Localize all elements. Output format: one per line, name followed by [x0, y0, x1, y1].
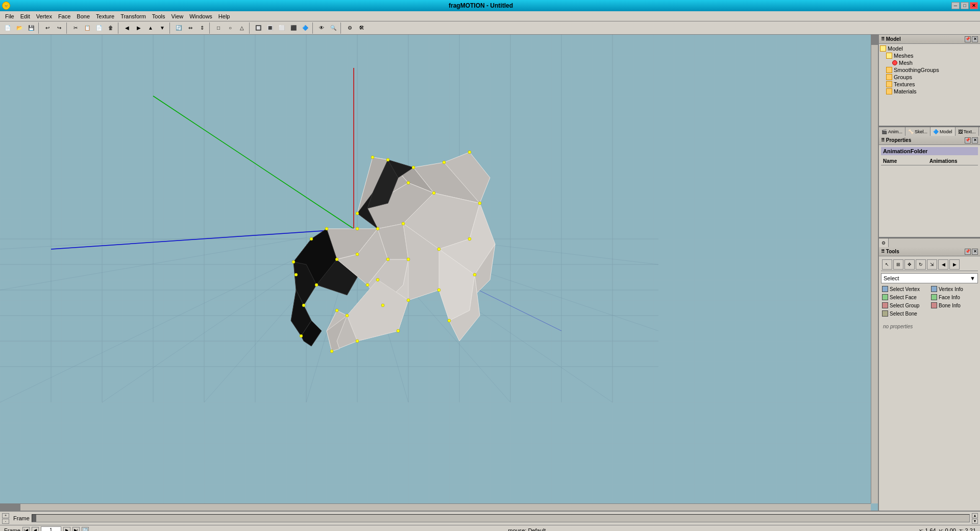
select-dropdown[interactable]: Select ▼: [881, 273, 978, 283]
timeline-bar[interactable]: [32, 514, 970, 522]
tree-item-model[interactable]: Model: [880, 45, 979, 52]
menu-windows[interactable]: Windows: [186, 12, 215, 20]
tb-delete[interactable]: 🗑: [105, 22, 116, 34]
model-panel-close[interactable]: ✕: [972, 36, 978, 42]
svg-point-70: [468, 151, 471, 154]
tb-cone[interactable]: △: [236, 22, 248, 34]
tb-settings[interactable]: ⚙: [344, 22, 355, 34]
no-properties-area: no properties: [881, 323, 978, 329]
tree-item-groups[interactable]: Groups: [886, 74, 979, 81]
tree-item-textures[interactable]: Textures: [886, 81, 979, 88]
menu-tools[interactable]: Tools: [149, 12, 168, 20]
select-face-item[interactable]: Select Face: [881, 294, 929, 301]
tab-model[interactable]: 🔷 Model: [930, 127, 955, 136]
frame-last-btn[interactable]: ▶|: [72, 527, 80, 532]
tab-props[interactable]: ⚙: [879, 238, 889, 247]
frame-first-btn[interactable]: |◀: [22, 527, 30, 532]
timeline-collapse-btn[interactable]: -: [2, 519, 9, 524]
select-group-item[interactable]: Select Group: [881, 302, 929, 309]
menu-edit[interactable]: Edit: [17, 12, 33, 20]
properties-panel-pin[interactable]: 📌: [965, 137, 971, 143]
tb-tools[interactable]: 🛠: [356, 22, 367, 34]
select-bone-item[interactable]: Select Bone: [881, 310, 929, 317]
status-coords: x: 1.64, y: 0.00, z: 2.21: [919, 527, 976, 532]
menu-vertex[interactable]: Vertex: [33, 12, 55, 20]
timeline-thumb[interactable]: [32, 515, 36, 522]
tree-item-meshes[interactable]: Meshes: [886, 52, 979, 59]
tb-move-down[interactable]: ▼: [157, 22, 168, 34]
model-panel-pin[interactable]: 📌: [965, 36, 971, 42]
tb-box[interactable]: □: [213, 22, 224, 34]
menu-file[interactable]: File: [2, 12, 17, 20]
tb-paste[interactable]: 📄: [93, 22, 105, 34]
viewport-scrollbar-v[interactable]: [871, 35, 878, 503]
svg-point-83: [407, 258, 410, 261]
tb-rotate[interactable]: 🔄: [173, 22, 184, 34]
svg-point-67: [371, 156, 374, 159]
tree-item-smoothing[interactable]: SmoothingGroups: [886, 66, 979, 74]
frame-input[interactable]: [41, 526, 61, 532]
vertex-info-item[interactable]: Vertex Info: [930, 285, 978, 293]
tb-sphere[interactable]: ○: [225, 22, 236, 34]
timeline-expand-btn[interactable]: +: [2, 513, 9, 518]
tb-view-mode5[interactable]: 🔷: [300, 22, 311, 34]
close-button[interactable]: ✕: [970, 2, 978, 9]
bone-info-item[interactable]: Bone Info: [930, 302, 978, 309]
tb-cut[interactable]: ✂: [70, 22, 81, 34]
properties-panel-close[interactable]: ✕: [972, 137, 978, 143]
svg-point-74: [402, 222, 405, 225]
tb-redo[interactable]: ↪: [54, 22, 65, 34]
tb-open[interactable]: 📂: [14, 22, 25, 34]
frame-next-btn[interactable]: ▶: [63, 527, 70, 532]
tool-arrow-left[interactable]: ◀: [938, 259, 948, 270]
tb-view-mode1[interactable]: 🔲: [253, 22, 264, 34]
tool-rotate-btn[interactable]: ↻: [916, 259, 926, 270]
tb-scale[interactable]: ⇔: [185, 22, 196, 34]
timeline-scroll-down[interactable]: ▼: [972, 519, 978, 524]
tool-select-btn[interactable]: ↖: [882, 259, 892, 270]
frame-prev-btn[interactable]: ◀: [32, 527, 39, 532]
tb-copy[interactable]: 📋: [82, 22, 93, 34]
tool-arrow-right[interactable]: ▶: [949, 259, 960, 270]
viewport-scrollbar-h[interactable]: [0, 503, 871, 511]
viewport[interactable]: Perspective: [0, 35, 878, 511]
select-vertex-item[interactable]: Select Vertex: [881, 285, 929, 293]
tb-flip[interactable]: ⇕: [197, 22, 208, 34]
tb-sep2: [66, 22, 68, 34]
viewport-scroll-thumb-v[interactable]: [871, 35, 878, 45]
maximize-button[interactable]: □: [961, 2, 969, 9]
menu-view[interactable]: View: [168, 12, 187, 20]
tab-anim[interactable]: 🎬 Anim...: [879, 127, 905, 136]
menu-face[interactable]: Face: [55, 12, 74, 20]
menu-texture[interactable]: Texture: [93, 12, 117, 20]
props-col-name: Name: [883, 158, 929, 164]
tool-select2-btn[interactable]: ⊞: [893, 259, 903, 270]
tab-text[interactable]: 🖼 Text...: [955, 127, 979, 136]
tb-zoom[interactable]: 🔍: [328, 22, 339, 34]
tab-skel[interactable]: 🦴 Skel...: [905, 127, 930, 136]
tb-move-up[interactable]: ▲: [145, 22, 156, 34]
tool-scale-btn[interactable]: ⇲: [927, 259, 937, 270]
tb-view-mode3[interactable]: ⬜: [276, 22, 287, 34]
menu-bone[interactable]: Bone: [74, 12, 93, 20]
tool-move-btn[interactable]: ✥: [904, 259, 915, 270]
tb-render[interactable]: 👁: [316, 22, 327, 34]
tb-save[interactable]: 💾: [26, 22, 37, 34]
timeline-scroll-up[interactable]: ▲: [972, 513, 978, 518]
tb-move-right[interactable]: ▶: [133, 22, 144, 34]
minimize-button[interactable]: ─: [951, 2, 960, 9]
menu-transform[interactable]: Transform: [117, 12, 149, 20]
tree-item-mesh[interactable]: Mesh: [892, 59, 979, 66]
tb-undo[interactable]: ↩: [42, 22, 53, 34]
face-info-item[interactable]: Face Info: [930, 294, 978, 301]
menu-help[interactable]: Help: [215, 12, 233, 20]
viewport-scroll-thumb-h[interactable]: [0, 504, 20, 511]
tools-panel-close[interactable]: ✕: [972, 249, 978, 255]
tree-item-materials[interactable]: Materials: [886, 88, 979, 95]
tb-new[interactable]: 📄: [2, 22, 13, 34]
tb-move-left[interactable]: ◀: [121, 22, 133, 34]
tb-view-mode2[interactable]: 🔳: [264, 22, 276, 34]
frame-loop-btn[interactable]: 🔄: [82, 527, 89, 532]
tb-view-mode4[interactable]: ⬛: [288, 22, 299, 34]
tools-panel-pin[interactable]: 📌: [965, 249, 971, 255]
